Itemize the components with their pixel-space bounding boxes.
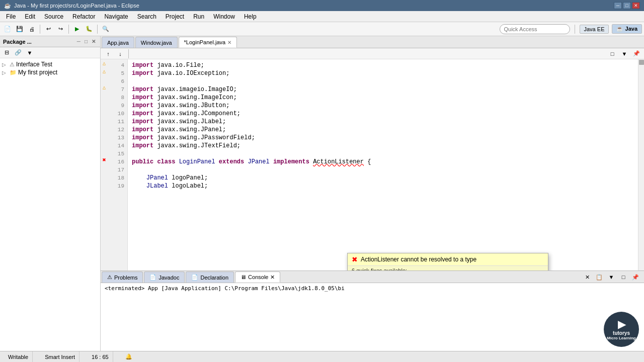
marker-13 [101, 132, 108, 140]
menu-source[interactable]: Source [40, 12, 67, 21]
tab-console[interactable]: 🖥 Console ✕ [235, 272, 280, 283]
new-button[interactable]: 📄 [2, 24, 13, 35]
editor-btn-right1[interactable]: □ [607, 48, 618, 59]
code-line-16: public class LoginPanel extends JPanel i… [132, 158, 634, 166]
menu-help[interactable]: Help [240, 12, 261, 21]
tab-app-java[interactable]: App.java [102, 37, 134, 48]
console-btn5[interactable]: 📌 [630, 272, 641, 283]
print-button[interactable]: 🖨 [26, 24, 37, 35]
undo-button[interactable]: ↩ [43, 24, 54, 35]
marker-8 [101, 92, 108, 100]
code-content[interactable]: import java.io.File; import java.io.IOEx… [128, 59, 638, 270]
editor-markers: △ △ △ ✖ [101, 59, 108, 270]
menu-search[interactable]: Search [133, 12, 160, 21]
tab-close-login[interactable]: ✕ [227, 40, 231, 45]
warning-icon: ⚠ [10, 61, 15, 68]
sidebar-maximize[interactable]: □ [83, 38, 89, 45]
app-icon: ☕ [4, 3, 11, 9]
console-icon: 🖥 [240, 274, 246, 280]
menu-edit[interactable]: Edit [21, 12, 39, 21]
code-editor-container: △ △ △ ✖ [101, 59, 644, 270]
perspective-java-ee[interactable]: Java EE [580, 25, 609, 34]
editor-btn-right2[interactable]: ▼ [619, 48, 630, 59]
menu-run[interactable]: Run [189, 12, 208, 21]
status-position-text: 16 : 65 [92, 354, 109, 360]
editor-toolbar-btn2[interactable]: ↓ [115, 48, 126, 59]
save-button[interactable]: 💾 [14, 24, 25, 35]
linenum-16: 16 [108, 158, 124, 166]
menu-navigate[interactable]: Navigate [100, 12, 132, 21]
console-btn3[interactable]: ▼ [606, 272, 617, 283]
perspective-java[interactable]: ☕ Java [612, 24, 642, 34]
tab-problems[interactable]: ⚠ Problems [102, 272, 143, 283]
console-btn2[interactable]: 📋 [594, 272, 605, 283]
qf-error-msg: ActionListener cannot be resolved to a t… [361, 256, 476, 263]
sidebar-tree: ▷ ⚠ Interface Test ▷ 📁 My first project [0, 58, 100, 351]
marker-16: ✖ [101, 156, 108, 164]
linenum-18: 18 [108, 174, 124, 182]
editor-btn-right3[interactable]: 📌 [631, 48, 642, 59]
search-button[interactable]: 🔍 [100, 24, 111, 35]
debug-button[interactable]: 🐛 [84, 24, 95, 35]
marker-15 [101, 148, 108, 156]
menu-refactor[interactable]: Refactor [68, 12, 99, 21]
expand-icon: ▷ [2, 62, 8, 67]
title-bar: ☕ Java - My first project/src/LoginPanel… [0, 0, 644, 11]
linenum-15: 15 [108, 150, 124, 158]
tutorys-sub: Micro Learning [607, 336, 635, 340]
linenum-6: 6 [108, 77, 124, 85]
tab-close-console[interactable]: ✕ [270, 274, 275, 281]
sidebar-menu[interactable]: ▼ [24, 47, 35, 58]
minimize-button[interactable]: ─ [614, 2, 622, 9]
linenum-10: 10 [108, 110, 124, 118]
tab-label-login: *LoginPanel.java [184, 39, 226, 45]
linenum-14: 14 [108, 142, 124, 150]
console-btn1[interactable]: ✕ [582, 272, 593, 283]
tree-item-my-first-project[interactable]: ▷ 📁 My first project [0, 68, 100, 76]
quick-access-input[interactable] [500, 24, 570, 34]
code-editor[interactable]: △ △ △ ✖ [101, 59, 644, 270]
scroll-thumb[interactable] [639, 60, 644, 65]
marker-9 [101, 100, 108, 108]
code-line-10: import javax.swing.JComponent; [132, 110, 634, 118]
toolbar-sep-3 [97, 25, 98, 34]
maximize-button[interactable]: □ [623, 2, 631, 9]
code-line-9: import javax.swing.JButton; [132, 102, 634, 110]
qf-header: ✖ ActionListener cannot be resolved to a… [348, 253, 548, 266]
status-writable: Writable [4, 351, 33, 362]
linenum-9: 9 [108, 102, 124, 110]
close-button[interactable]: ✕ [632, 2, 640, 9]
tutorys-logo: ▶ tutorys Micro Learning [604, 312, 639, 347]
sidebar-link-editor[interactable]: 🔗 [13, 47, 24, 58]
tab-login-panel[interactable]: *LoginPanel.java ✕ [179, 37, 237, 48]
sidebar-collapse-all[interactable]: ⊟ [1, 47, 12, 58]
tab-window-java[interactable]: Window.java [135, 37, 178, 48]
code-line-14: import javax.swing.JTextField; [132, 142, 634, 150]
menu-window[interactable]: Window [209, 12, 239, 21]
tab-label-declaration: Declaration [200, 275, 228, 281]
menu-file[interactable]: File [2, 12, 20, 21]
editor-tabs: App.java Window.java *LoginPanel.java ✕ [101, 36, 644, 48]
marker-17 [101, 164, 108, 172]
redo-button[interactable]: ↪ [55, 24, 66, 35]
bottom-tabs: ⚠ Problems 📄 Javadoc 📄 Declaration 🖥 Con… [101, 271, 644, 283]
linenum-8: 8 [108, 94, 124, 102]
project-icon: 📁 [10, 69, 17, 76]
problems-icon: ⚠ [107, 274, 112, 281]
tree-item-interface-test[interactable]: ▷ ⚠ Interface Test [0, 60, 100, 68]
console-btn4[interactable]: □ [618, 272, 629, 283]
sidebar-close[interactable]: ✕ [90, 38, 97, 45]
sidebar-minimize[interactable]: ─ [75, 38, 82, 45]
tree-label-interface-test: Interface Test [16, 61, 52, 68]
tab-label-console: Console [248, 274, 268, 280]
status-bar: Writable Smart Insert 16 : 65 🔔 [0, 351, 644, 362]
tab-javadoc[interactable]: 📄 Javadoc [144, 272, 185, 283]
marker-5: △ [101, 67, 108, 75]
editor-toolbar-btn1[interactable]: ↑ [103, 48, 114, 59]
marker-4: △ [101, 59, 108, 67]
menu-project[interactable]: Project [162, 12, 188, 21]
tab-declaration[interactable]: 📄 Declaration [186, 272, 234, 283]
editor-scrollbar[interactable] [638, 59, 644, 270]
tree-label-my-first-project: My first project [18, 69, 57, 76]
run-button[interactable]: ▶ [71, 24, 83, 35]
